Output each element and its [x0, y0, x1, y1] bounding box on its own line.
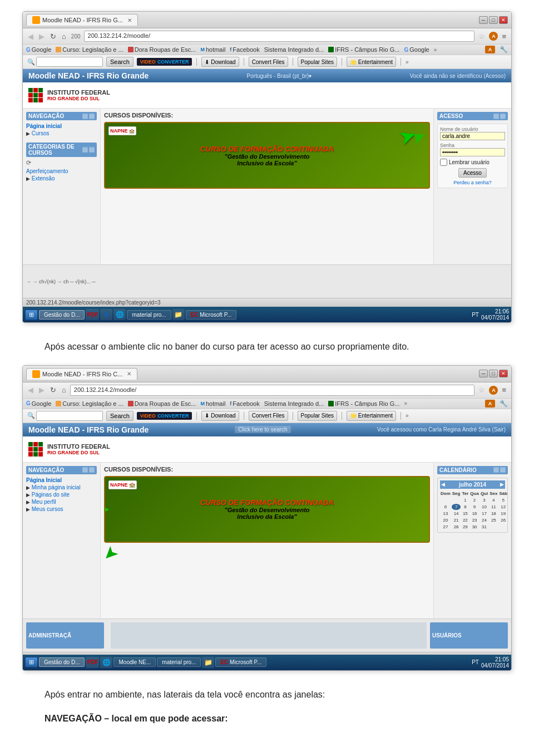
- taskbar-item-chrome[interactable]: 🌐: [113, 309, 126, 320]
- star-icon-2[interactable]: ☆: [477, 386, 487, 394]
- bookmark-google-2[interactable]: G Google: [26, 400, 51, 407]
- popular-sites-btn[interactable]: Popular Sites: [298, 57, 337, 67]
- profile-badge[interactable]: A: [485, 46, 495, 53]
- cal-day-18[interactable]: 18: [489, 510, 498, 517]
- cal-day-22[interactable]: 22: [461, 517, 469, 523]
- cal-day-8[interactable]: 8: [461, 504, 469, 510]
- video-converter-badge[interactable]: VIDEO CONVERTER: [137, 58, 192, 66]
- toolbar-search-btn[interactable]: Search: [106, 57, 134, 67]
- tab-close-2[interactable]: ✕: [127, 371, 131, 377]
- cat-link-extensao[interactable]: ▶ Extensão: [26, 175, 97, 182]
- taskbar-item-gestao[interactable]: Gestão do D...: [39, 310, 85, 320]
- forward-btn-2[interactable]: ▶: [37, 385, 46, 395]
- cat-link-aperfeicoamento[interactable]: Aperfeiçoamento: [26, 168, 97, 175]
- cal-day-29[interactable]: 29: [461, 524, 469, 530]
- toolbar-search-input-2[interactable]: [36, 411, 103, 421]
- wrench-icon[interactable]: 🔧: [500, 46, 508, 53]
- collapse-icon-5b[interactable]: □: [500, 467, 506, 473]
- cal-day-13[interactable]: 13: [440, 510, 451, 517]
- bookmark-google[interactable]: G Google: [26, 46, 51, 53]
- convert-files-btn[interactable]: Convert Files: [249, 57, 288, 67]
- download-btn-2[interactable]: ⬇ Download: [201, 411, 239, 421]
- toolbar-search-btn-2[interactable]: Search: [106, 411, 134, 421]
- restore-btn-2[interactable]: □: [489, 370, 498, 377]
- cal-day-11[interactable]: 11: [489, 504, 498, 510]
- cal-day-23[interactable]: 23: [469, 517, 479, 523]
- close-btn-1[interactable]: ✕: [499, 16, 508, 24]
- bookmark-facebook-2[interactable]: f Facebook: [230, 400, 259, 407]
- acesso-forgot-link[interactable]: Perdeu a senha?: [440, 180, 505, 185]
- calendar-next-btn[interactable]: ▶: [500, 482, 504, 487]
- taskbar-item-msoffice[interactable]: EC Microsoft P...: [186, 310, 237, 320]
- cal-day-30[interactable]: 30: [469, 524, 479, 530]
- cal-day-15[interactable]: 15: [461, 510, 469, 517]
- forward-btn-1[interactable]: ▶: [37, 32, 46, 41]
- cal-day-12[interactable]: 12: [498, 504, 508, 510]
- wrench-icon-2[interactable]: 🔧: [500, 400, 508, 408]
- taskbar-item-folder-2[interactable]: 📁: [202, 657, 214, 668]
- nav-link-pagina-inicial-1[interactable]: Página inicial: [26, 122, 97, 130]
- convert-files-btn-2[interactable]: Convert Files: [249, 411, 288, 421]
- entertainment-btn[interactable]: 🌟 Entertainment: [347, 57, 396, 67]
- taskbar-item-chrome-2[interactable]: 🌐: [100, 657, 112, 668]
- bookmark-google2[interactable]: G Google: [404, 46, 429, 53]
- cal-day-9[interactable]: 9: [469, 504, 479, 510]
- collapse-icon-4b[interactable]: □: [89, 467, 95, 473]
- nav-link-meu-perfil[interactable]: ▶ Meu perfil: [26, 498, 97, 505]
- nav-link-cursos-1[interactable]: ▶ Cursos: [26, 130, 97, 137]
- moodle-lang-1[interactable]: Português - Brasil (pt_br)▾: [247, 73, 312, 79]
- collapse-icon-3a[interactable]: □: [493, 114, 499, 119]
- cal-day-24[interactable]: 24: [480, 517, 488, 523]
- download-btn[interactable]: ⬇ Download: [201, 57, 239, 67]
- cal-day-31[interactable]: 31: [480, 524, 488, 530]
- taskbar-item-material-2[interactable]: material pro...: [157, 657, 201, 667]
- acesso-username-input[interactable]: [440, 132, 505, 140]
- profile-badge-2[interactable]: A: [485, 400, 495, 408]
- collapse-icon-4a[interactable]: □: [82, 467, 88, 473]
- bookmarks-more[interactable]: »: [434, 47, 437, 53]
- collapse-icon-1a[interactable]: □: [82, 114, 88, 119]
- taskbar-item-pdf-2[interactable]: PDF: [86, 657, 99, 668]
- cal-day-19[interactable]: 19: [498, 510, 508, 517]
- profile-icon-2[interactable]: A: [489, 386, 498, 395]
- taskbar-item-msoffice-2[interactable]: EC Microsoft P...: [215, 657, 266, 667]
- nav-link-minha-pagina[interactable]: ▶ Minha página inicial: [26, 484, 97, 491]
- restore-btn-1[interactable]: □: [489, 16, 498, 24]
- course-banner-1[interactable]: NAPNE 🏫 ➤ ➤ CURSO DE FORMAÇÃO CONTINUADA…: [104, 122, 430, 189]
- cal-day-25[interactable]: 25: [489, 517, 498, 523]
- bookmark-sistema-2[interactable]: Sistema Integrado d...: [264, 400, 324, 407]
- click-here-search[interactable]: Click here to search: [235, 426, 290, 433]
- cal-day-1[interactable]: 1: [461, 497, 469, 503]
- collapse-icon-5a[interactable]: □: [493, 467, 499, 473]
- star-icon-1[interactable]: ☆: [477, 32, 487, 41]
- bookmark-ifrs-2[interactable]: IFRS - Câmpus Rio G...: [328, 400, 399, 407]
- cal-day-3[interactable]: 3: [480, 497, 488, 503]
- bookmark-ifrs[interactable]: IFRS - Câmpus Rio G...: [328, 46, 399, 53]
- cal-day-26[interactable]: 26: [498, 517, 508, 523]
- url-bar-1[interactable]: 200.132.214.2/moodle/: [84, 31, 475, 42]
- bookmark-curso-2[interactable]: Curso: Legislação e ...: [56, 400, 123, 407]
- browser-tab-1[interactable]: Moodle NEAD - IFRS Rio G... ✕: [26, 14, 138, 26]
- cal-day-17[interactable]: 17: [480, 510, 488, 517]
- menu-btn-2[interactable]: ≡: [500, 385, 508, 395]
- bookmarks-more-2[interactable]: »: [404, 400, 407, 406]
- bookmark-facebook[interactable]: f Facebook: [230, 46, 259, 53]
- close-btn-2[interactable]: ✕: [499, 370, 508, 377]
- cal-day-21[interactable]: 21: [452, 517, 461, 523]
- browser-tab-2[interactable]: Moodle NEAD - IFRS Rio C... ✕: [26, 368, 137, 380]
- cal-day-7-today[interactable]: 7: [452, 504, 461, 510]
- collapse-icon-2b[interactable]: □: [89, 147, 95, 153]
- more-items[interactable]: »: [406, 59, 409, 65]
- refresh-btn-1[interactable]: ↻: [48, 32, 58, 41]
- back-btn-2[interactable]: ◀: [26, 385, 35, 395]
- home-btn-2[interactable]: ⌂: [60, 385, 68, 395]
- cal-day-14[interactable]: 14: [452, 510, 461, 517]
- nav-link-paginas-site[interactable]: ▶ Páginas do site: [26, 491, 97, 498]
- bookmark-hotmail[interactable]: M hotmail: [200, 46, 225, 53]
- url-bar-2[interactable]: 200.132.214.2/moodle/: [70, 385, 475, 396]
- cal-day-20[interactable]: 20: [440, 517, 451, 523]
- bookmark-dora[interactable]: Dora Roupas de Esc...: [128, 46, 196, 53]
- taskbar-item-pdf[interactable]: PDF: [86, 309, 99, 320]
- entertainment-btn-2[interactable]: 🌟 Entertainment: [347, 411, 396, 421]
- taskbar-item-ie[interactable]: e: [100, 309, 112, 320]
